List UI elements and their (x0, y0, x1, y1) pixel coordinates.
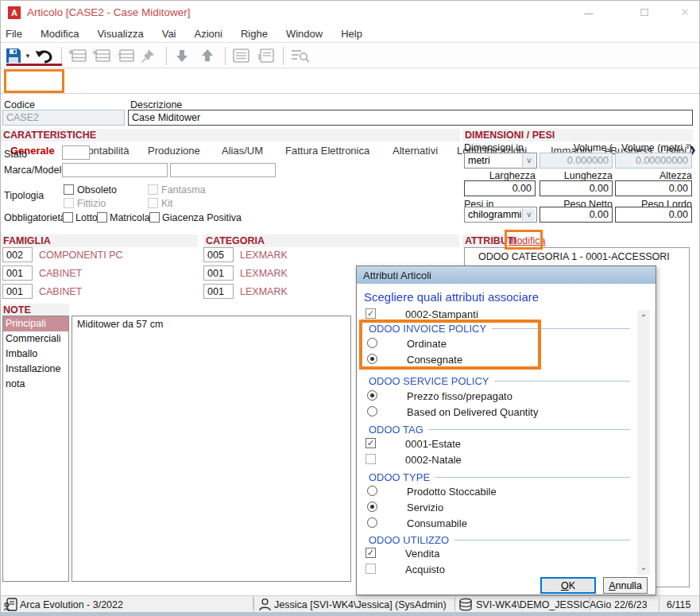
ok-button[interactable]: OK (540, 577, 596, 594)
checkbox-lotto[interactable] (63, 212, 73, 223)
menu-visualizza[interactable]: Visualizza (97, 28, 143, 40)
save-button[interactable] (5, 48, 22, 64)
servizio-label: Servizio (407, 502, 443, 513)
menu-modifica[interactable]: Modifica (41, 28, 79, 40)
pesi-in-select[interactable]: chilogrammi˅ (464, 207, 537, 223)
tab-produzione[interactable]: Produzione (148, 145, 200, 157)
codice-label: Codice (4, 99, 35, 110)
add-row-button[interactable]: + (68, 48, 87, 63)
checkbox-obsoleto[interactable] (64, 184, 74, 195)
app-status-icon (4, 598, 17, 611)
menu-file[interactable]: File (6, 28, 22, 40)
descrizione-field[interactable]: Case Miditower (128, 110, 693, 126)
fantasma-label: Fantasma (161, 184, 206, 196)
search-table-button[interactable] (290, 48, 311, 63)
menu-help[interactable]: Help (341, 28, 362, 40)
note-tab-nota[interactable]: nota (3, 377, 68, 392)
group-odoo-type: ODOO TYPE (369, 471, 630, 483)
radio-consegnate[interactable] (367, 354, 377, 364)
attributi-list-item[interactable]: ODOO CATEGORIA 1 - 0001-ACCESSORI (478, 251, 670, 262)
list-view-button[interactable] (232, 48, 251, 63)
menu-righe[interactable]: Righe (241, 28, 268, 40)
radio-prezzo-fisso[interactable] (367, 390, 377, 401)
pin-button[interactable] (140, 48, 156, 64)
stato-field[interactable] (62, 145, 90, 160)
menu-window[interactable]: Window (286, 28, 323, 40)
radio-servizio[interactable] (367, 502, 377, 512)
dialog-title-bar[interactable]: Attributi Articoli (357, 266, 656, 284)
checkbox-0002-stampanti[interactable] (365, 308, 376, 319)
categoria-code-field[interactable]: 001 (203, 265, 234, 281)
volume1-label: Volume ( (538, 142, 613, 153)
note-textarea[interactable]: Miditower da 57 cm (72, 316, 351, 582)
chevron-down-icon[interactable]: ˅ (522, 208, 536, 221)
scroll-down-icon[interactable]: ⌄ (637, 563, 650, 571)
checkbox-0001-estate[interactable] (365, 438, 376, 448)
note-tab-commerciali[interactable]: Commerciali (3, 331, 68, 347)
app-icon: A (8, 6, 21, 19)
peso-netto-field[interactable]: 0.00 (540, 207, 613, 223)
menu-vai[interactable]: Vai (162, 28, 176, 40)
radio-ordinate[interactable] (367, 338, 377, 348)
checkbox-matricola[interactable] (97, 212, 107, 223)
maximize-button[interactable]: □ (632, 3, 656, 21)
minimize-button[interactable]: — (577, 5, 601, 21)
title-bar: A Articolo [CASE2 - Case Miditower] — □ … (1, 1, 699, 25)
radio-based-on-delivered[interactable] (367, 406, 377, 416)
chevron-down-icon[interactable]: ˅ (522, 154, 536, 167)
modello-field[interactable] (170, 163, 276, 177)
checkbox-0002-natale[interactable] (365, 454, 376, 464)
categoria-code-field[interactable]: 001 (203, 284, 234, 299)
note-tab-installazione[interactable]: Installazione (3, 362, 68, 377)
vendita-label: Vendita (405, 548, 439, 560)
status-database: SVI-WK4\DEMO_JESSICA (476, 599, 596, 610)
radio-prodotto-stoccabile[interactable] (367, 486, 377, 496)
famiglia-code-field[interactable]: 002 (2, 247, 33, 262)
insert-row-button[interactable]: ← (116, 48, 135, 63)
lunghezza-field[interactable]: 0.00 (540, 180, 613, 196)
famiglia-header: FAMIGLIA (1, 234, 198, 247)
categoria-name: LEXMARK (240, 286, 288, 297)
note-tab-imballo[interactable]: Imballo (3, 347, 68, 362)
note-header: NOTE (1, 304, 69, 316)
famiglia-code-field[interactable]: 001 (2, 265, 33, 281)
categoria-name: LEXMARK (240, 268, 288, 279)
marca-field[interactable] (62, 163, 168, 177)
pin-icon (140, 48, 156, 64)
checkbox-fantasma (148, 184, 158, 195)
categoria-code-field[interactable]: 005 (203, 247, 234, 262)
dialog-scrollbar[interactable]: ⌃ ⌄ (637, 310, 650, 575)
tab-alias-um[interactable]: Alias/UM (222, 145, 263, 157)
annulla-button[interactable]: Annulla (603, 577, 648, 594)
stampanti-label: 0002-Stampanti (405, 308, 478, 320)
categoria-name: LEXMARK (240, 250, 288, 261)
peso-lordo-field[interactable]: 0.00 (615, 207, 692, 223)
save-dropdown-icon[interactable]: ▼ (25, 52, 31, 60)
undo-button[interactable] (34, 48, 55, 64)
larghezza-field[interactable]: 0.00 (464, 180, 536, 196)
arrow-up-icon (199, 48, 215, 63)
delete-row-icon: ✕ (92, 48, 111, 63)
application-window: A Articolo [CASE2 - Case Miditower] — □ … (0, 0, 700, 616)
document-view-button[interactable] (257, 48, 277, 63)
delete-row-button[interactable]: ✕ (92, 48, 111, 63)
note-tab-principali[interactable]: Principali (3, 316, 68, 331)
dimensioni-in-select[interactable]: metri˅ (464, 153, 537, 169)
tab-fattura-elettronica[interactable]: Fattura Elettronica (285, 145, 369, 157)
checkbox-giacenza[interactable] (149, 212, 160, 223)
menu-azioni[interactable]: Azioni (195, 28, 222, 40)
altezza-field[interactable]: 0.00 (615, 180, 692, 196)
active-tab-indicator (6, 64, 62, 66)
move-down-button[interactable] (174, 48, 190, 63)
tab-alternativi[interactable]: Alternativi (393, 145, 438, 157)
user-icon (258, 598, 272, 611)
checkbox-acquisto[interactable] (365, 564, 376, 574)
scroll-up-icon[interactable]: ⌃ (637, 313, 650, 322)
move-up-button[interactable] (199, 48, 215, 63)
consumabile-label: Consumabile (407, 517, 467, 529)
famiglia-code-field[interactable]: 001 (2, 284, 33, 299)
checkbox-vendita[interactable] (365, 548, 376, 558)
modifica-link[interactable]: modifica (509, 235, 546, 246)
close-button[interactable]: ✕ (673, 5, 697, 21)
radio-consumabile[interactable] (367, 517, 377, 528)
